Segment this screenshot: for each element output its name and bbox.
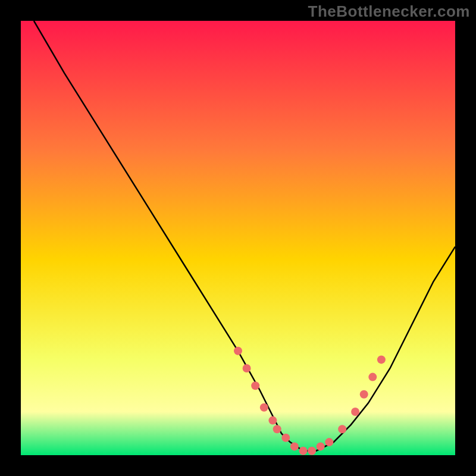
data-marker	[377, 355, 386, 364]
data-marker	[234, 347, 242, 355]
data-marker	[317, 442, 325, 450]
data-marker	[251, 381, 259, 390]
data-marker	[260, 403, 268, 412]
data-marker	[281, 434, 290, 442]
gradient-background	[21, 21, 455, 455]
data-marker	[351, 408, 359, 416]
data-marker	[308, 447, 316, 455]
chart-svg	[21, 21, 455, 455]
data-marker	[290, 442, 299, 450]
data-marker	[243, 364, 251, 372]
watermark-text: TheBottlenecker.com	[308, 2, 470, 21]
data-marker	[299, 447, 308, 455]
data-marker	[273, 425, 281, 433]
data-marker	[338, 425, 346, 433]
data-marker	[360, 390, 368, 399]
chart-frame: TheBottlenecker.com	[0, 0, 476, 476]
data-marker	[268, 416, 277, 425]
plot-area	[21, 21, 455, 455]
data-marker	[325, 438, 333, 446]
data-marker	[368, 373, 377, 381]
